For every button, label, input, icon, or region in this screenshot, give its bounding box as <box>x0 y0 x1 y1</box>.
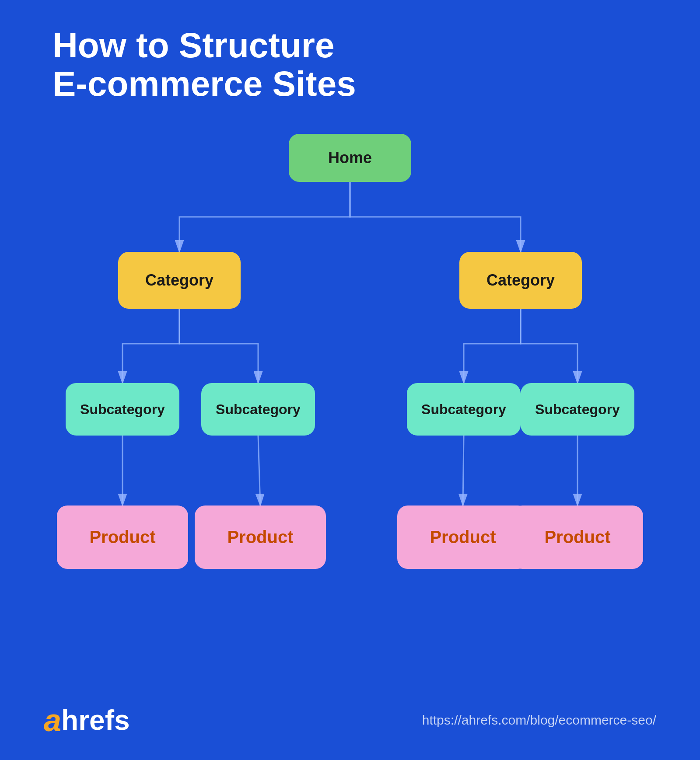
category-node-2: Category <box>459 252 582 309</box>
product-node-4: Product <box>512 506 643 569</box>
logo-a: a <box>44 702 61 738</box>
home-node: Home <box>289 134 411 182</box>
ahrefs-logo: a hrefs <box>44 702 130 738</box>
product-node-1: Product <box>57 506 188 569</box>
subcategory-node-1: Subcategory <box>66 383 179 436</box>
product-node-3: Product <box>397 506 528 569</box>
subcategory-node-4: Subcategory <box>521 383 634 436</box>
diagram-area: Home Category Category Subcategory Subca… <box>44 121 656 637</box>
footer-url: https://ahrefs.com/blog/ecommerce-seo/ <box>422 713 656 728</box>
footer: a hrefs https://ahrefs.com/blog/ecommerc… <box>0 702 700 738</box>
product-node-2: Product <box>195 506 326 569</box>
category-node-1: Category <box>118 252 241 309</box>
subcategory-node-2: Subcategory <box>201 383 315 436</box>
main-container: How to Structure E-commerce Sites <box>0 0 700 760</box>
subcategory-node-3: Subcategory <box>407 383 521 436</box>
page-title: How to Structure E-commerce Sites <box>44 26 656 103</box>
logo-text: hrefs <box>61 704 130 736</box>
